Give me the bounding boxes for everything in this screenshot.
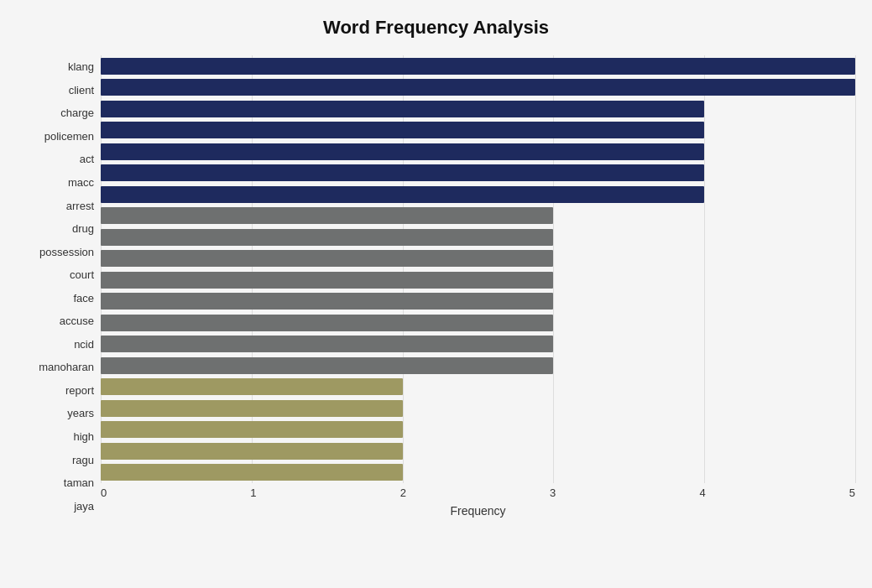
y-label: klang <box>68 61 94 72</box>
bar-row <box>101 206 855 226</box>
y-label: jaya <box>74 501 94 512</box>
bar <box>101 400 403 417</box>
bar <box>101 421 403 438</box>
bar-row <box>101 313 855 333</box>
bar-row <box>101 356 855 376</box>
y-label: accuse <box>60 315 94 326</box>
grid-line <box>855 55 856 483</box>
y-label: arrest <box>66 200 94 211</box>
bar <box>101 164 704 181</box>
bar <box>101 143 704 160</box>
bar-row <box>101 334 855 354</box>
y-label: ragu <box>72 455 94 466</box>
y-axis: klangclientchargepolicemenactmaccarrestd… <box>17 55 101 518</box>
bar-row <box>101 270 855 290</box>
bar-row <box>101 441 855 461</box>
y-label: ncid <box>74 339 94 350</box>
bar <box>101 58 855 75</box>
y-label: court <box>70 269 94 280</box>
x-tick: 0 <box>101 487 107 499</box>
bar <box>101 250 553 267</box>
bar <box>101 357 553 374</box>
bar <box>101 207 553 224</box>
bar-row <box>101 398 855 419</box>
y-label: act <box>80 154 94 164</box>
bar <box>101 79 855 96</box>
bar <box>101 122 704 138</box>
bar <box>101 378 403 395</box>
bar <box>101 272 553 289</box>
y-label: manoharan <box>39 362 94 372</box>
bar <box>101 336 553 352</box>
x-axis: 012345 Frequency <box>101 487 855 518</box>
bar <box>101 293 553 310</box>
y-label: high <box>73 431 94 442</box>
x-tick: 2 <box>400 487 406 499</box>
y-label: client <box>69 85 94 96</box>
x-tick: 4 <box>699 487 705 499</box>
y-label: policemen <box>44 131 94 142</box>
bar <box>101 229 553 246</box>
bar-row <box>101 462 855 482</box>
bar-row <box>101 227 855 247</box>
bar-row <box>101 120 855 140</box>
plot-area: 012345 Frequency <box>101 55 855 518</box>
x-tick: 1 <box>250 487 256 499</box>
y-label: years <box>67 408 94 419</box>
chart-area: klangclientchargepolicemenactmaccarrestd… <box>17 55 855 518</box>
bar-row <box>101 99 855 119</box>
y-label: charge <box>60 107 94 118</box>
bar <box>101 186 704 203</box>
x-tick: 3 <box>550 487 556 499</box>
y-label: possession <box>39 247 94 258</box>
bar-row <box>101 185 855 205</box>
bar <box>101 464 403 481</box>
bar-row <box>101 77 855 97</box>
bar <box>101 443 403 460</box>
y-label: report <box>65 385 94 396</box>
bar <box>101 101 704 117</box>
chart-title: Word Frequency Analysis <box>17 17 855 39</box>
bar <box>101 315 553 331</box>
y-label: taman <box>64 477 94 488</box>
bar-row <box>101 377 855 397</box>
bar-row <box>101 142 855 162</box>
bar-row <box>101 291 855 311</box>
x-tick: 5 <box>849 487 855 499</box>
bar-row <box>101 419 855 440</box>
bar-row <box>101 163 855 183</box>
x-axis-label: Frequency <box>101 504 855 518</box>
y-label: macc <box>68 177 94 188</box>
y-label: face <box>73 293 94 304</box>
bar-row <box>101 56 855 76</box>
y-label: drug <box>72 223 94 234</box>
bars-wrapper <box>101 55 855 483</box>
bar-row <box>101 248 855 268</box>
chart-container: Word Frequency Analysis klangclientcharg… <box>0 0 872 588</box>
